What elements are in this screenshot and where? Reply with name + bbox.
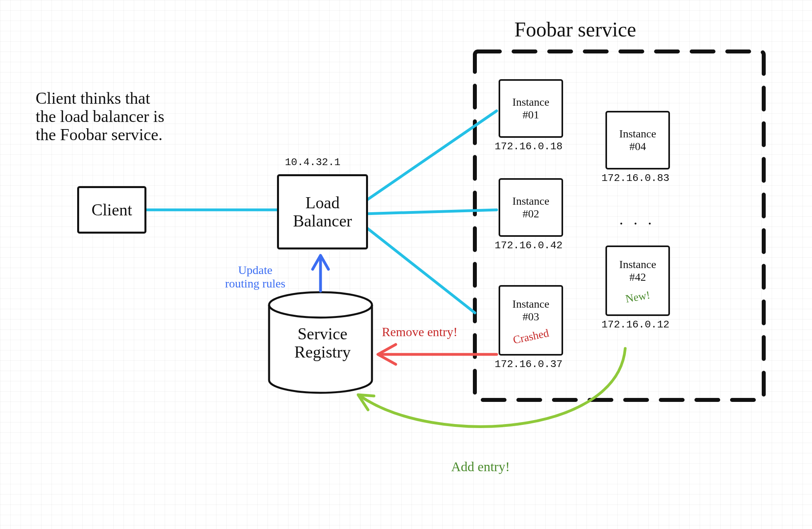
instance-04-name: Instance #04 [619, 127, 656, 153]
lb-ip: 10.4.32.1 [285, 156, 340, 168]
update-label: Update routing rules [210, 263, 301, 290]
caption-text: Client thinks that the load balancer is … [36, 89, 257, 144]
link-lb-i3 [364, 226, 475, 313]
arrow-add [358, 348, 625, 426]
instance-42-name: Instance #42 [619, 258, 656, 284]
instance-01-name: Instance #01 [512, 96, 549, 121]
instance-03-status: Crashed [512, 327, 550, 347]
link-lb-i2 [364, 210, 497, 214]
instance-03-box: Instance #03 Crashed [499, 285, 563, 356]
link-lb-i1 [364, 111, 497, 202]
instance-42-status: New! [618, 287, 657, 306]
instance-02-ip: 172.16.0.42 [495, 240, 563, 251]
lb-label: Load Balancer [293, 194, 352, 230]
instance-04-ip: 172.16.0.83 [601, 172, 670, 184]
client-box: Client [77, 186, 146, 234]
arrow-remove [378, 344, 497, 364]
instance-03-name: Instance #03 [512, 298, 549, 323]
instance-42-box: Instance #42 New! [605, 245, 670, 316]
remove-label: Remove entry! [382, 325, 457, 339]
instance-01-ip: 172.16.0.18 [495, 141, 563, 152]
service-group-title: Foobar service [514, 18, 636, 41]
instance-01-box: Instance #01 [499, 79, 563, 138]
ellipsis: . . . [619, 210, 655, 228]
instance-02-box: Instance #02 [499, 178, 563, 237]
add-label: Add entry! [451, 459, 510, 474]
instance-42-ip: 172.16.0.12 [601, 319, 670, 331]
connections-layer [0, 0, 812, 529]
instance-02-name: Instance #02 [512, 195, 549, 220]
svg-point-0 [269, 292, 372, 318]
service-registry-label: Service Registry [285, 325, 360, 361]
instance-03-ip: 172.16.0.37 [495, 358, 563, 370]
instance-04-box: Instance #04 [605, 111, 670, 169]
arrow-update [313, 255, 328, 291]
load-balancer-box: Load Balancer [277, 174, 368, 249]
client-label: Client [91, 201, 132, 219]
